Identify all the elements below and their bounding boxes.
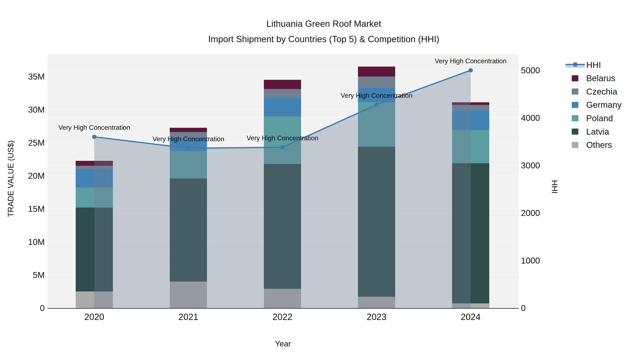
y-right-tick-3000: 3000: [521, 161, 540, 170]
x-tick-2020: 2020: [84, 312, 104, 322]
annotation-2024: Very High Concentration: [435, 57, 506, 65]
legend-label: Czechia: [586, 87, 617, 96]
hhi-marker-2023[interactable]: [374, 103, 379, 107]
legend-item-belarus[interactable]: Belarus: [564, 73, 616, 83]
bar-segment-czechia-2023[interactable]: [358, 76, 395, 88]
bar-segment-belarus-2021[interactable]: [170, 128, 207, 132]
legend-swatch-icon-belarus: [572, 75, 578, 81]
legend-label: HHI: [586, 60, 601, 70]
legend-label: Belarus: [586, 73, 616, 83]
annotation-2023: Very High Concentration: [340, 92, 412, 99]
legend-item-czechia[interactable]: Czechia: [564, 86, 617, 96]
legend-item-germany[interactable]: Germany: [564, 100, 622, 110]
y-left-tick-25M: 25M: [28, 138, 45, 147]
y-right-tick-1000: 1000: [521, 256, 540, 265]
y-right-tick-5000: 5000: [521, 66, 540, 75]
legend-item-poland[interactable]: Poland: [564, 113, 613, 123]
annotation-2022: Very High Concentration: [246, 134, 318, 142]
annotation-2021: Very High Concentration: [152, 135, 224, 143]
y-left-tick-35M: 35M: [28, 72, 45, 81]
legend-swatch-icon-others: [572, 142, 578, 148]
legend-item-latvia[interactable]: Latvia: [564, 127, 609, 137]
legend-label: Latvia: [586, 127, 609, 137]
y-right-axis-title: HHI: [550, 180, 559, 194]
legend-swatch-icon-czechia: [572, 88, 578, 95]
figure: Lithuania Green Roof Market Import Shipm…: [0, 0, 644, 362]
y-right-tick-2000: 2000: [521, 208, 540, 218]
y-left-tick-10M: 10M: [28, 237, 45, 247]
hhi-marker-2020[interactable]: [92, 135, 96, 139]
x-axis-title: Year: [275, 339, 291, 348]
hhi-marker-2021[interactable]: [186, 146, 190, 150]
bar-segment-belarus-2023[interactable]: [358, 67, 395, 77]
legend-item-hhi[interactable]: HHI: [564, 60, 601, 70]
legend-item-others[interactable]: Others: [564, 140, 612, 150]
bar-segment-czechia-2022[interactable]: [264, 89, 301, 98]
y-left-tick-15M: 15M: [28, 204, 45, 214]
x-tick-2023: 2023: [366, 312, 386, 322]
hhi-marker-2022[interactable]: [280, 145, 284, 149]
annotation-2020: Very High Concentration: [58, 124, 130, 131]
y-left-tick-20M: 20M: [28, 171, 45, 181]
legend-label: Poland: [586, 113, 613, 123]
x-tick-2022: 2022: [272, 312, 292, 322]
bar-segment-germany-2022[interactable]: [264, 98, 301, 116]
y-left-tick-5M: 5M: [33, 270, 45, 280]
legend-swatch-icon-poland: [572, 115, 578, 121]
chart-canvas: Very High ConcentrationVery High Concent…: [0, 0, 644, 362]
y-right-tick-0: 0: [521, 303, 526, 313]
y-left-axis-title: TRADE VALUE (US$): [6, 140, 15, 217]
legend-swatch-icon-germany: [572, 102, 578, 108]
y-right-tick-4000: 4000: [521, 113, 540, 123]
x-tick-2024: 2024: [461, 312, 480, 322]
bar-segment-belarus-2022[interactable]: [264, 80, 301, 89]
legend-swatch-icon-latvia: [572, 128, 578, 135]
legend-label: Others: [586, 140, 612, 150]
y-left-tick-0: 0: [40, 303, 45, 313]
hhi-marker-2024[interactable]: [468, 68, 473, 72]
x-tick-2021: 2021: [178, 312, 198, 322]
y-left-tick-30M: 30M: [28, 105, 45, 114]
hhi-line-swatch-icon: [566, 62, 585, 68]
legend-label: Germany: [586, 100, 622, 110]
